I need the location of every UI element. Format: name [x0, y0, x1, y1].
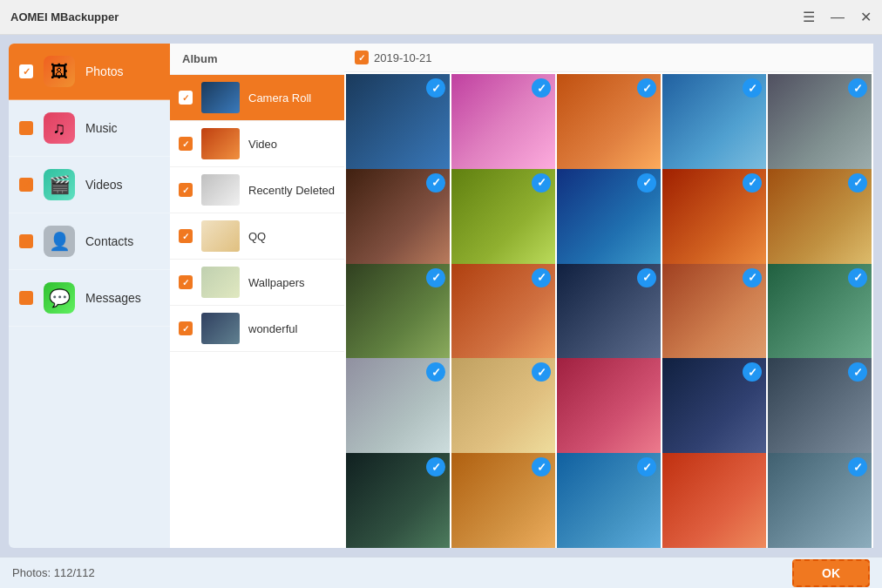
photo-cell-8[interactable]: ✓ — [557, 169, 661, 273]
album-checkbox-camera-roll — [179, 91, 193, 105]
photo-check-8: ✓ — [637, 173, 656, 193]
sidebar-checkbox-photos — [19, 64, 33, 78]
photo-check-3: ✓ — [637, 78, 656, 98]
sidebar-checkbox-videos — [19, 178, 33, 192]
photo-cell-15[interactable]: ✓ — [768, 264, 872, 368]
album-item-recently-deleted[interactable]: Recently Deleted — [170, 167, 344, 213]
sidebar-item-contacts[interactable]: 👤Contacts — [9, 213, 170, 270]
album-item-camera-roll[interactable]: Camera Roll — [170, 75, 344, 121]
photo-cell-12[interactable]: ✓ — [451, 264, 555, 368]
photo-check-9: ✓ — [743, 173, 762, 193]
photo-check-6: ✓ — [426, 173, 445, 193]
album-name-camera-roll: Camera Roll — [248, 91, 311, 105]
album-checkbox-wonderful — [179, 321, 193, 335]
titlebar: AOMEI MBackupper ☰ — ✕ — [0, 0, 882, 35]
photo-check-11: ✓ — [426, 268, 445, 287]
photo-check-14: ✓ — [743, 268, 762, 287]
album-thumb-qq — [201, 220, 240, 252]
album-list: Camera RollVideoRecently DeletedQQWallpa… — [170, 75, 344, 548]
photo-check-12: ✓ — [532, 268, 551, 287]
photo-cell-14[interactable]: ✓ — [662, 264, 766, 368]
photo-cell-25[interactable]: ✓ — [768, 453, 872, 548]
album-thumb-recently-deleted — [201, 174, 240, 206]
photo-cell-1[interactable]: ✓ — [346, 74, 450, 178]
album-item-qq[interactable]: QQ — [170, 213, 344, 260]
date-checkbox[interactable] — [355, 51, 369, 64]
photo-cell-10[interactable]: ✓ — [768, 169, 872, 273]
photo-cell-11[interactable]: ✓ — [346, 264, 450, 368]
album-thumb-wallpapers — [201, 267, 240, 298]
photo-cell-5[interactable]: ✓ — [768, 74, 872, 178]
photo-cell-23[interactable]: ✓ — [557, 453, 661, 548]
photo-cell-16[interactable]: ✓ — [346, 358, 450, 462]
sidebar-icon-photos: 🖼 — [44, 56, 75, 87]
photo-panel: 2019-10-21 ✓✓✓✓✓✓✓✓✓✓✓✓✓✓✓✓✓✓✓✓✓✓✓ — [344, 44, 873, 548]
sidebar: 🖼Photos♫Music🎬Videos👤Contacts💬Messages — [9, 44, 170, 548]
photo-check-1: ✓ — [426, 78, 445, 98]
photo-cell-18[interactable] — [557, 358, 661, 462]
album-checkbox-video — [179, 137, 193, 151]
photo-check-2: ✓ — [532, 78, 551, 98]
album-checkbox-wallpapers — [179, 275, 193, 289]
photo-cell-20[interactable]: ✓ — [768, 358, 872, 462]
album-name-wonderful: wonderful — [248, 322, 297, 335]
sidebar-label-music: Music — [85, 121, 118, 135]
window-controls: ☰ — ✕ — [803, 10, 872, 24]
photo-check-13: ✓ — [637, 268, 656, 287]
photo-image-18 — [557, 358, 661, 462]
photo-panel-header: 2019-10-21 — [344, 44, 873, 72]
album-item-wonderful[interactable]: wonderful — [170, 306, 344, 352]
date-label: 2019-10-21 — [374, 51, 432, 64]
photo-cell-7[interactable]: ✓ — [451, 169, 555, 273]
album-name-recently-deleted: Recently Deleted — [248, 184, 335, 197]
sidebar-icon-messages: 💬 — [44, 282, 75, 314]
album-name-video: Video — [248, 138, 277, 151]
minimize-button[interactable]: — — [831, 10, 845, 24]
photo-check-5: ✓ — [848, 78, 867, 98]
sidebar-item-videos[interactable]: 🎬Videos — [9, 157, 170, 213]
photo-cell-17[interactable]: ✓ — [451, 358, 555, 462]
album-thumb-video — [201, 128, 240, 159]
photo-cell-22[interactable]: ✓ — [451, 453, 555, 548]
photo-check-10: ✓ — [848, 173, 867, 193]
photo-cell-3[interactable]: ✓ — [557, 74, 661, 178]
photo-cell-6[interactable]: ✓ — [346, 169, 450, 273]
photo-cell-19[interactable]: ✓ — [662, 358, 766, 462]
photo-cell-2[interactable]: ✓ — [451, 74, 555, 178]
photo-cell-21[interactable]: ✓ — [346, 453, 450, 548]
sidebar-icon-music: ♫ — [44, 112, 75, 144]
ok-button[interactable]: OK — [792, 559, 870, 587]
sidebar-checkbox-contacts — [19, 234, 33, 248]
photo-check-4: ✓ — [743, 78, 762, 98]
photo-cell-24[interactable] — [662, 453, 766, 548]
sidebar-label-photos: Photos — [85, 64, 124, 78]
album-checkbox-qq — [179, 229, 193, 243]
album-checkbox-recently-deleted — [179, 183, 193, 197]
sidebar-label-contacts: Contacts — [85, 234, 133, 248]
album-panel: Album Camera RollVideoRecently DeletedQQ… — [170, 44, 344, 548]
photo-cell-9[interactable]: ✓ — [662, 169, 766, 273]
photo-grid: ✓✓✓✓✓✓✓✓✓✓✓✓✓✓✓✓✓✓✓✓✓✓✓ — [344, 72, 873, 548]
photo-check-15: ✓ — [848, 268, 867, 287]
photo-cell-4[interactable]: ✓ — [662, 74, 766, 178]
list-icon-button[interactable]: ☰ — [803, 10, 815, 24]
sidebar-item-music[interactable]: ♫Music — [9, 100, 170, 157]
sidebar-icon-contacts: 👤 — [44, 226, 75, 257]
sidebar-item-messages[interactable]: 💬Messages — [9, 270, 170, 327]
bottom-bar: Photos: 112/112 OK — [0, 557, 882, 588]
album-name-qq: QQ — [248, 230, 266, 243]
album-item-video[interactable]: Video — [170, 121, 344, 167]
photo-check-7: ✓ — [532, 173, 551, 193]
photo-image-24 — [662, 453, 766, 548]
sidebar-checkbox-music — [19, 121, 33, 135]
album-thumb-wonderful — [201, 313, 240, 344]
album-header: Album — [170, 44, 344, 75]
sidebar-label-messages: Messages — [85, 291, 141, 305]
photos-count: Photos: 112/112 — [12, 566, 95, 579]
main-content: 🖼Photos♫Music🎬Videos👤Contacts💬Messages A… — [0, 35, 882, 557]
sidebar-item-photos[interactable]: 🖼Photos — [9, 44, 170, 100]
photo-cell-13[interactable]: ✓ — [557, 264, 661, 368]
album-item-wallpapers[interactable]: Wallpapers — [170, 260, 344, 306]
close-button[interactable]: ✕ — [860, 10, 872, 24]
sidebar-label-videos: Videos — [85, 178, 123, 192]
